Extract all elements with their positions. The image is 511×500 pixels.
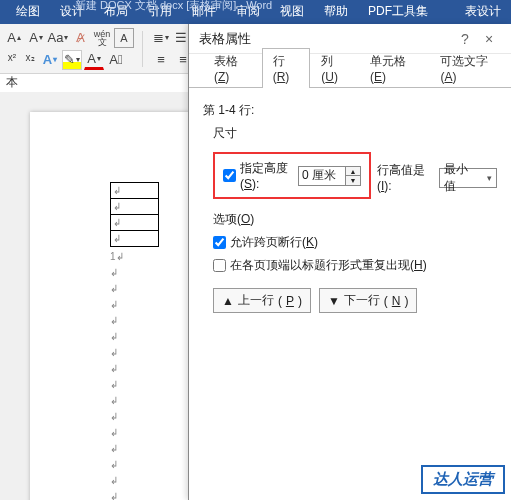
- font-group: A▴ A▾ Aa▾ A̷ wén文 A x² x₂ A▾ ✎▾ A▾ A⃝: [4, 28, 134, 70]
- window-title-fragment: 新建 DOCX 文档.docx [表格审阅] - Word: [75, 0, 272, 13]
- options-section-label: 选项(O): [213, 211, 497, 228]
- paragraph-mark: ↲: [110, 377, 180, 393]
- dialog-title: 表格属性: [199, 30, 251, 48]
- table-row: ↲: [111, 231, 159, 247]
- bullets-icon[interactable]: ≣▾: [151, 28, 171, 48]
- ribbon-tab-pdftools[interactable]: PDF工具集: [358, 0, 438, 24]
- paragraph-mark: ↲: [110, 345, 180, 361]
- table-row: ↲: [111, 199, 159, 215]
- ribbon-tab-strip: 新建 DOCX 文档.docx [表格审阅] - Word 绘图 设计 布局 引…: [0, 0, 511, 24]
- spinner-up-icon[interactable]: ▲: [346, 167, 360, 176]
- specify-height-checkbox[interactable]: 指定高度(S):: [223, 160, 292, 191]
- specify-height-group: 指定高度(S): ▲ ▼: [213, 152, 371, 199]
- character-shading-icon[interactable]: A⃝: [106, 50, 126, 70]
- subscript-icon[interactable]: x₂: [22, 50, 38, 66]
- row-height-mode-select[interactable]: 最小值▾: [439, 168, 497, 188]
- row-height-input[interactable]: ▲ ▼: [298, 166, 361, 186]
- document-page: ↲ ↲ ↲ ↲ 1↲ ↲↲↲↲↲↲↲↲↲↲↲↲↲↲↲↲↲↲: [30, 112, 190, 500]
- character-border-icon[interactable]: A: [114, 28, 134, 48]
- size-section-label: 尺寸: [213, 125, 497, 142]
- paragraph-mark: ↲: [110, 489, 180, 500]
- clipboard-label: 本: [6, 74, 18, 91]
- dialog-tab-e[interactable]: 单元格(E): [359, 48, 429, 88]
- paragraph-mark: ↲: [110, 473, 180, 489]
- decrease-font-icon[interactable]: A▾: [26, 28, 46, 48]
- table-row: ↲: [111, 215, 159, 231]
- align-left-icon[interactable]: ≡: [151, 50, 171, 70]
- previous-row-button[interactable]: ▲ 上一行(P): [213, 288, 311, 313]
- next-row-button[interactable]: ▼ 下一行(N): [319, 288, 418, 313]
- dialog-tab-r[interactable]: 行(R): [262, 48, 311, 88]
- help-icon[interactable]: ?: [453, 31, 477, 47]
- page-number-mark: 1↲: [110, 249, 180, 265]
- dialog-tab-u[interactable]: 列(U): [310, 48, 359, 88]
- ribbon-tab-table-design[interactable]: 表设计: [455, 0, 511, 24]
- ribbon-tab-help[interactable]: 帮助: [314, 0, 358, 24]
- font-color-icon[interactable]: A▾: [84, 50, 104, 70]
- paragraph-mark: ↲: [110, 329, 180, 345]
- increase-font-icon[interactable]: A▴: [4, 28, 24, 48]
- clear-format-icon[interactable]: A̷: [70, 28, 90, 48]
- paragraph-mark: ↲: [110, 281, 180, 297]
- text-effects-icon[interactable]: A▾: [40, 50, 60, 70]
- allow-break-checkbox[interactable]: 允许跨页断行(K): [213, 234, 318, 251]
- paragraph-mark: ↲: [110, 297, 180, 313]
- ribbon-tab-view[interactable]: 视图: [270, 0, 314, 24]
- paragraph-mark: ↲: [110, 265, 180, 281]
- superscript-icon[interactable]: x²: [4, 50, 20, 66]
- row-height-is-label: 行高值是(I):: [377, 162, 433, 193]
- ribbon-tab-draw[interactable]: 绘图: [6, 0, 50, 24]
- document-table[interactable]: ↲ ↲ ↲ ↲: [110, 182, 159, 247]
- paragraph-mark: ↲: [110, 409, 180, 425]
- watermark-badge: 达人运营: [421, 465, 505, 494]
- group-separator: [142, 31, 143, 67]
- document-canvas[interactable]: ↲ ↲ ↲ ↲ 1↲ ↲↲↲↲↲↲↲↲↲↲↲↲↲↲↲↲↲↲: [0, 92, 190, 500]
- dialog-tab-a[interactable]: 可选文字(A): [429, 48, 511, 88]
- dialog-tabstrip: 表格(Z)行(R)列(U)单元格(E)可选文字(A): [189, 62, 511, 88]
- highlight-icon[interactable]: ✎▾: [62, 50, 82, 70]
- paragraph-mark: ↲: [110, 393, 180, 409]
- phonetic-guide-icon[interactable]: wén文: [92, 28, 112, 48]
- repeat-header-checkbox[interactable]: 在各页顶端以标题行形式重复出现(H): [213, 257, 427, 274]
- table-properties-dialog: 表格属性 ? × 表格(Z)行(R)列(U)单元格(E)可选文字(A) 第 1-…: [188, 24, 511, 500]
- dialog-tab-z[interactable]: 表格(Z): [203, 48, 262, 88]
- paragraph-mark: ↲: [110, 313, 180, 329]
- paragraph-mark: ↲: [110, 441, 180, 457]
- paragraph-mark: ↲: [110, 457, 180, 473]
- paragraph-mark: ↲: [110, 425, 180, 441]
- dialog-body-row-tab: 第 1-4 行: 尺寸 指定高度(S): ▲ ▼ 行高值是(I): 最小值▾: [189, 88, 511, 323]
- spinner-down-icon[interactable]: ▼: [346, 176, 360, 185]
- change-case-icon[interactable]: Aa▾: [48, 28, 68, 48]
- row-range-label: 第 1-4 行:: [203, 102, 497, 119]
- paragraph-group: ≣▾ ☰▾ ≡ ≡: [151, 28, 193, 70]
- close-icon[interactable]: ×: [477, 31, 501, 47]
- paragraph-mark: ↲: [110, 361, 180, 377]
- table-row: ↲: [111, 183, 159, 199]
